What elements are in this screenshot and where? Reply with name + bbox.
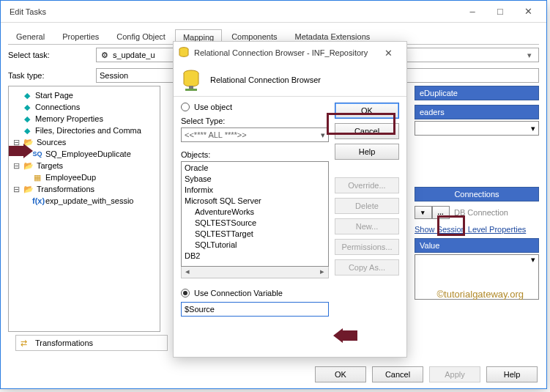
chevron-down-icon: ▾ — [321, 130, 325, 140]
tree-files-dirs[interactable]: ◆Files, Directories and Comma — [12, 125, 157, 136]
scroll-right-icon[interactable]: ▸ — [316, 267, 328, 278]
use-object-radio[interactable]: Use object — [181, 103, 329, 111]
folder-open-icon: 📂 — [23, 185, 34, 194]
list-item[interactable]: SQLTESTSource — [182, 218, 328, 229]
tab-config-object[interactable]: Config Object — [108, 29, 174, 44]
radio-unselected-icon — [181, 103, 190, 111]
chevron-down-icon: ▾ — [531, 124, 535, 133]
diamond-icon: ◆ — [22, 126, 32, 136]
override-button: Override... — [335, 177, 399, 193]
chevron-down-icon: ▾ — [531, 255, 535, 265]
diamond-icon: ◆ — [22, 103, 32, 112]
tree-employee-dup[interactable]: ▦EmployeeDup — [12, 171, 157, 183]
watermark-text: ©tutorialgateway.org — [437, 289, 524, 300]
use-connection-variable-radio[interactable]: Use Connection Variable — [181, 289, 329, 297]
list-item[interactable]: AdventureWorks — [182, 207, 328, 218]
db-connection-label: DB Connection — [454, 208, 508, 217]
select-task-value: s_update_u — [113, 51, 155, 59]
connection-down-button[interactable]: ▾ — [415, 206, 432, 219]
subsection-header: eaders — [415, 105, 539, 119]
relational-connection-browser-dialog: Relational Connection Browser - INF_Repo… — [173, 41, 407, 358]
tab-properties[interactable]: Properties — [54, 29, 107, 44]
tree-start-page[interactable]: ◆Start Page — [12, 89, 157, 101]
tree-sources[interactable]: ⊟📂Sources — [12, 136, 157, 148]
gear-icon: ⚙ — [100, 51, 110, 60]
minus-icon[interactable]: ⊟ — [12, 185, 21, 194]
folder-open-icon: 📂 — [23, 138, 34, 147]
list-item[interactable]: Sybase — [182, 174, 328, 185]
minus-icon[interactable]: ⊟ — [12, 161, 21, 171]
diamond-icon: ◆ — [22, 114, 32, 124]
dialog-titlebar: Relational Connection Browser - INF_Repo… — [174, 42, 406, 64]
cancel-button[interactable]: Cancel — [372, 366, 423, 382]
scroll-left-icon[interactable]: ◂ — [182, 267, 193, 278]
list-item[interactable]: Microsoft SQL Server — [182, 196, 328, 207]
copy-as-button: Copy As... — [335, 259, 399, 275]
sq-icon: SQ — [32, 150, 42, 158]
list-item[interactable]: SQLTESTTarget — [182, 229, 328, 240]
minus-icon[interactable]: ⊟ — [12, 138, 21, 147]
use-connection-variable-label: Use Connection Variable — [194, 289, 283, 297]
value-header: Value — [415, 238, 539, 253]
list-item[interactable]: Informix — [182, 185, 328, 196]
minimize-button[interactable]: – — [458, 1, 486, 22]
dialog-header-text: Relational Connection Browser — [210, 75, 321, 84]
select-type-value: <<**** ALL ****>> — [185, 130, 247, 139]
close-button[interactable]: ✕ — [514, 1, 542, 22]
window-title: Edit Tasks — [5, 7, 458, 16]
navigator-tree[interactable]: ◆Start Page ◆Connections ◆Memory Propert… — [8, 86, 160, 332]
dialog-title: Relational Connection Browser - INF_Repo… — [190, 48, 374, 57]
select-task-label: Select task: — [8, 51, 89, 59]
folder-open-icon: 📂 — [23, 161, 34, 171]
tree-targets[interactable]: ⊟📂Targets — [12, 160, 157, 171]
apply-button: Apply — [429, 366, 480, 382]
radio-selected-icon — [181, 289, 190, 297]
connections-header: Connections — [415, 187, 539, 201]
connection-variable-value: $Source — [185, 305, 215, 314]
objects-listbox[interactable]: Oracle Sybase Informix Microsoft SQL Ser… — [181, 161, 329, 267]
diamond-icon: ◆ — [22, 91, 32, 100]
dialog-help-button[interactable]: Help — [335, 144, 399, 160]
permissions-button: Permissions... — [335, 239, 399, 255]
database-icon — [178, 47, 190, 59]
connection-browse-button[interactable]: … — [432, 206, 450, 219]
task-type-value: Session — [100, 71, 128, 80]
dialog-ok-button[interactable]: OK — [335, 103, 399, 119]
use-object-label: Use object — [194, 103, 232, 111]
chevron-down-icon: ▾ — [524, 51, 535, 60]
tab-general[interactable]: General — [8, 29, 53, 44]
select-type-label: Select Type: — [181, 114, 329, 127]
delete-button: Delete — [335, 198, 399, 214]
database-icon — [179, 68, 203, 92]
tree-exp-update[interactable]: f(x)exp_update_with_sessio — [12, 195, 157, 207]
readers-dropdown[interactable]: ▾ — [415, 121, 539, 136]
list-item[interactable]: SQLTutorial — [182, 240, 328, 251]
connection-variable-input[interactable]: $Source — [181, 302, 329, 317]
list-item[interactable]: Oracle — [182, 163, 328, 174]
dialog-footer: OK Cancel Apply Help — [315, 366, 538, 382]
ok-button[interactable]: OK — [315, 366, 366, 382]
svg-rect-3 — [185, 89, 197, 91]
transformations-icon: ⇄ — [21, 339, 31, 348]
select-type-dropdown[interactable]: <<**** ALL ****>> ▾ — [181, 127, 329, 142]
help-button[interactable]: Help — [486, 366, 538, 382]
tree-sq-employee-duplicate[interactable]: SQSQ_EmployeeDuplicate — [12, 148, 157, 160]
connection-toolbar: ▾ … — [415, 206, 450, 219]
lower-tab-label: Transformations — [35, 339, 93, 347]
objects-label: Objects: — [181, 148, 329, 161]
lower-tab-transformations[interactable]: ⇄ Transformations — [15, 335, 168, 351]
tree-transformations[interactable]: ⊟📂Transformations — [12, 183, 157, 195]
listbox-h-scrollbar[interactable]: ◂▸ — [181, 267, 329, 278]
dialog-cancel-button[interactable]: Cancel — [335, 123, 399, 139]
table-icon: ▦ — [32, 173, 42, 182]
tree-connections[interactable]: ◆Connections — [12, 101, 157, 113]
maximize-button[interactable]: □ — [486, 1, 514, 22]
dialog-header: Relational Connection Browser — [174, 64, 406, 96]
list-item[interactable]: DB2 — [182, 251, 328, 262]
show-session-level-link[interactable]: Show Session Level Properties — [415, 225, 526, 234]
new-button: New... — [335, 218, 399, 234]
task-type-label: Task type: — [8, 71, 89, 80]
section-header: eDuplicate — [415, 86, 539, 100]
tree-memory-properties[interactable]: ◆Memory Properties — [12, 113, 157, 125]
dialog-close-button[interactable]: ✕ — [374, 42, 402, 63]
